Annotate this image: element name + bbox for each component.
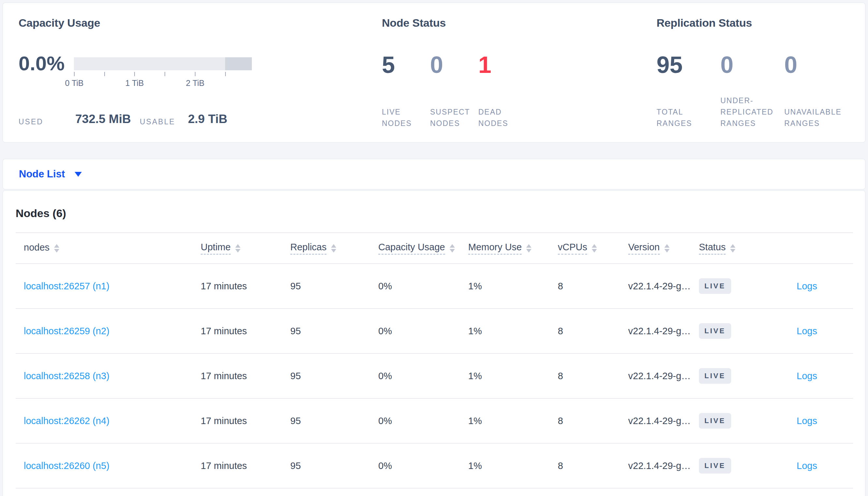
capacity-axis-tick	[195, 72, 195, 76]
version-cell: v22.1.4-29-g…	[620, 398, 691, 443]
nodes-count-heading: Nodes (6)	[16, 207, 66, 220]
sort-arrows-icon[interactable]	[450, 244, 455, 252]
column-label: Capacity Usage	[378, 242, 445, 254]
node-status-labels: LIVE NODESSUSPECT NODESDEAD NODES	[382, 95, 526, 129]
replicas-cell: 95	[282, 443, 370, 488]
logs-link[interactable]: Logs	[797, 416, 817, 426]
column-header-capacity-usage[interactable]: Capacity Usage	[370, 233, 460, 264]
capacity-usable-label: USABLE	[140, 118, 175, 126]
table-row: localhost:26262 (n4) 17 minutes 95 0% 1%…	[16, 398, 853, 443]
stat-label: DEAD NODES	[478, 106, 526, 129]
logs-link[interactable]: Logs	[797, 281, 817, 291]
stat-value: 0	[720, 52, 784, 78]
replicas-cell: 95	[282, 264, 370, 309]
view-selector-bar: Node List	[3, 159, 865, 189]
node-status-values: 501	[382, 52, 526, 78]
memory-use-cell: 1%	[460, 443, 550, 488]
column-header-vcpus[interactable]: vCPUs	[550, 233, 620, 264]
capacity-tick-label: 0 TiB	[55, 78, 94, 88]
stat-label: UNDER-REPLICATED RANGES	[720, 95, 784, 129]
logs-link[interactable]: Logs	[797, 461, 817, 471]
node-link[interactable]: localhost:26259 (n2)	[24, 326, 109, 336]
stat-value: 1	[478, 52, 526, 78]
stat-label: SUSPECT NODES	[430, 106, 478, 129]
uptime-cell: 17 minutes	[193, 309, 282, 354]
uptime-cell: 17 minutes	[193, 398, 282, 443]
capacity-usage-cell: 0%	[370, 398, 460, 443]
column-header-replicas[interactable]: Replicas	[282, 233, 370, 264]
sort-arrows-icon[interactable]	[235, 244, 240, 252]
table-row: localhost:26258 (n3) 17 minutes 95 0% 1%…	[16, 354, 853, 398]
vcpus-cell: 8	[550, 309, 620, 354]
version-cell: v22.1.4-29-g…	[620, 443, 691, 488]
memory-use-cell: 1%	[460, 309, 550, 354]
node-link[interactable]: localhost:26260 (n5)	[24, 461, 109, 471]
memory-use-cell: 1%	[460, 264, 550, 309]
logs-link[interactable]: Logs	[797, 371, 817, 381]
version-cell: v22.1.4-29-g…	[620, 354, 691, 398]
table-row: localhost:26260 (n5) 17 minutes 95 0% 1%…	[16, 443, 853, 488]
column-label: vCPUs	[558, 242, 587, 254]
node-link[interactable]: localhost:26262 (n4)	[24, 416, 109, 426]
table-row: localhost:26259 (n2) 17 minutes 95 0% 1%…	[16, 309, 853, 354]
replication-status-values: 9500	[657, 52, 848, 78]
stat-label: LIVE NODES	[382, 106, 430, 129]
memory-use-cell: 1%	[460, 398, 550, 443]
logs-link[interactable]: Logs	[797, 326, 817, 336]
view-selector-dropdown[interactable]: Node List	[19, 159, 82, 189]
memory-use-cell: 1%	[460, 354, 550, 398]
nodes-table: nodesUptimeReplicasCapacity UsageMemory …	[16, 232, 853, 489]
chevron-down-icon	[75, 172, 82, 177]
capacity-usage-bar	[74, 57, 252, 70]
sort-arrows-icon[interactable]	[54, 244, 59, 252]
column-header-uptime[interactable]: Uptime	[193, 233, 282, 264]
node-link[interactable]: localhost:26257 (n1)	[24, 281, 109, 291]
column-header-memory-use[interactable]: Memory Use	[460, 233, 550, 264]
stat-value: 5	[382, 52, 430, 78]
capacity-usage-title: Capacity Usage	[18, 17, 100, 29]
column-label: Version	[628, 242, 660, 254]
capacity-usage-cell: 0%	[370, 264, 460, 309]
stat-value: 95	[657, 52, 720, 78]
cluster-summary-panel: Capacity Usage 0.0% 0 TiB 1 TiB 2 TiB US…	[3, 3, 865, 142]
sort-arrows-icon[interactable]	[331, 244, 336, 252]
replication-status-labels: TOTAL RANGESUNDER-REPLICATED RANGESUNAVA…	[657, 95, 848, 129]
vcpus-cell: 8	[550, 398, 620, 443]
capacity-used-label: USED	[18, 118, 43, 126]
column-header-status[interactable]: Status	[691, 233, 789, 264]
status-badge: LIVE	[699, 368, 731, 384]
column-header-nodes[interactable]: nodes	[16, 233, 193, 264]
column-label: Replicas	[290, 242, 327, 254]
uptime-cell: 17 minutes	[193, 354, 282, 398]
capacity-axis-tick	[165, 72, 165, 76]
uptime-cell: 17 minutes	[193, 443, 282, 488]
vcpus-cell: 8	[550, 443, 620, 488]
replicas-cell: 95	[282, 354, 370, 398]
version-cell: v22.1.4-29-g…	[620, 264, 691, 309]
capacity-tick-label: 2 TiB	[176, 78, 215, 88]
capacity-used-value: 732.5 MiB	[75, 112, 131, 126]
capacity-usage-cell: 0%	[370, 443, 460, 488]
capacity-axis-tick	[134, 72, 135, 76]
capacity-axis-tick	[104, 72, 105, 76]
column-header-version[interactable]: Version	[620, 233, 691, 264]
stat-label: TOTAL RANGES	[657, 106, 720, 129]
status-badge: LIVE	[699, 278, 731, 294]
capacity-tick-label: 1 TiB	[115, 78, 154, 88]
column-label: Status	[699, 242, 725, 254]
capacity-usable-value: 2.9 TiB	[188, 112, 227, 126]
column-header-empty	[789, 233, 853, 264]
sort-arrows-icon[interactable]	[526, 244, 532, 252]
capacity-usage-cell: 0%	[370, 354, 460, 398]
column-label: Uptime	[201, 242, 231, 254]
sort-arrows-icon[interactable]	[592, 244, 597, 252]
nodes-table-panel: Nodes (6) nodesUptimeReplicasCapacity Us…	[3, 190, 865, 496]
status-badge: LIVE	[699, 458, 731, 474]
sort-arrows-icon[interactable]	[664, 244, 670, 252]
sort-arrows-icon[interactable]	[730, 244, 735, 252]
view-selector-label: Node List	[19, 168, 65, 180]
stat-label: UNAVAILABLE RANGES	[784, 106, 848, 129]
capacity-bar-reserved-segment	[225, 57, 252, 70]
capacity-usage-cell: 0%	[370, 309, 460, 354]
node-link[interactable]: localhost:26258 (n3)	[24, 371, 109, 381]
